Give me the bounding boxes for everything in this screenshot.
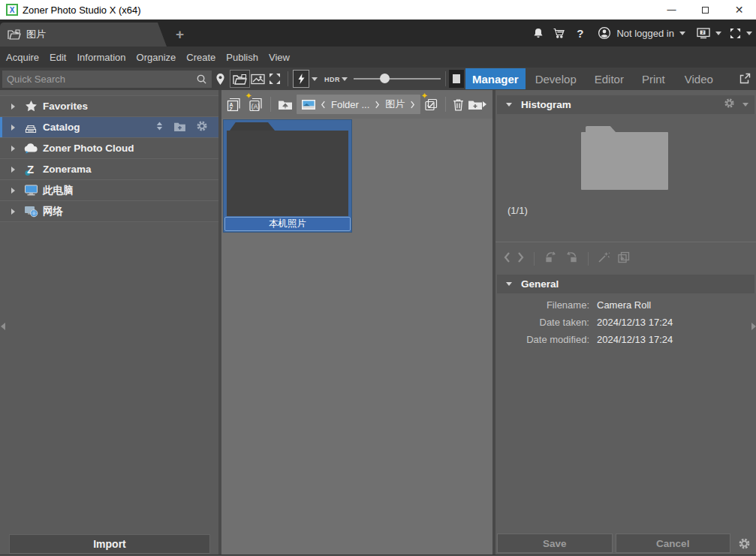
cloud-icon: [23, 143, 39, 154]
quick-edits-caret-icon[interactable]: [312, 77, 318, 81]
histogram-title: Histogram: [521, 99, 571, 110]
breadcrumb-forward-icon[interactable]: [410, 101, 415, 109]
folder-tile-tab: [230, 122, 275, 131]
collapse-caret-icon[interactable]: [506, 282, 512, 286]
expand-arrow-icon[interactable]: [11, 167, 15, 173]
catalog-icon: [23, 122, 39, 134]
tab-bar: 图片 + ? Not logged in 2: [0, 20, 756, 47]
new-folder-button[interactable]: [468, 95, 483, 113]
close-button[interactable]: ✕: [722, 0, 756, 20]
prev-image-icon[interactable]: [503, 251, 511, 266]
batch-rename-button[interactable]: ✦(A): [248, 95, 264, 113]
star-icon: [23, 100, 39, 113]
expand-arrow-icon[interactable]: [11, 209, 15, 215]
menu-create[interactable]: Create: [186, 52, 215, 63]
folder-tile-label: 本机照片: [224, 217, 351, 231]
thumbnail-size-slider[interactable]: [354, 78, 441, 80]
sidebar-item-this-pc[interactable]: 此电脑: [0, 180, 218, 201]
minimize-button[interactable]: —: [655, 0, 688, 20]
save-button[interactable]: Save: [497, 533, 613, 553]
sidebar-label: Zonerama: [43, 164, 92, 175]
collapse-left-panel-handle[interactable]: [0, 318, 5, 335]
preview-thumbnail: [581, 126, 668, 190]
folder-tile[interactable]: 本机照片: [224, 120, 351, 232]
notifications-icon[interactable]: [532, 27, 544, 39]
window-title: Zoner Photo Studio X (x64): [23, 5, 141, 16]
menu-publish[interactable]: Publish: [226, 52, 258, 63]
preview-button[interactable]: [251, 70, 265, 88]
cart-icon[interactable]: [553, 27, 565, 39]
menu-acquire[interactable]: Acquire: [6, 52, 39, 63]
layout-toggle-button[interactable]: [449, 70, 464, 88]
fullscreen-menu[interactable]: [730, 28, 752, 39]
histogram-caret-icon[interactable]: [742, 103, 748, 107]
field-value: 2024/12/13 17:24: [597, 334, 673, 345]
sort-icon[interactable]: [155, 121, 164, 134]
collapse-right-panel-handle[interactable]: [751, 318, 756, 335]
hdr-caret-icon[interactable]: [342, 77, 348, 81]
mode-editor[interactable]: Editor: [595, 68, 624, 89]
delete-button[interactable]: [453, 95, 464, 113]
breadcrumb-item-pictures[interactable]: 图片: [385, 98, 405, 111]
browser-toolbar: AZ ✦(A) Folder ... 图片 ✦: [221, 90, 492, 119]
sidebar-item-network[interactable]: 网络: [0, 201, 218, 222]
expand-arrow-icon[interactable]: [11, 146, 15, 152]
histogram-header[interactable]: Histogram: [497, 95, 754, 114]
menu-organize[interactable]: Organize: [137, 52, 176, 63]
maximize-button[interactable]: [688, 0, 722, 20]
menu-edit[interactable]: Edit: [50, 52, 66, 63]
quick-edits-button[interactable]: [293, 70, 309, 88]
sort-az-button[interactable]: AZ: [227, 95, 243, 113]
expand-arrow-icon[interactable]: [11, 125, 15, 131]
help-icon[interactable]: ?: [577, 27, 583, 40]
mode-develop[interactable]: Develop: [535, 68, 577, 89]
app-window: X Zoner Photo Studio X (x64) — ✕ 图片 + ? …: [0, 0, 756, 556]
mode-print[interactable]: Print: [642, 68, 665, 89]
sidebar-item-zonerama[interactable]: Z Zonerama: [0, 159, 218, 180]
expand-arrow-icon[interactable]: [11, 104, 15, 110]
tab-pictures[interactable]: 图片: [0, 23, 167, 47]
import-button[interactable]: Import: [9, 534, 210, 554]
gps-button[interactable]: [215, 70, 225, 88]
new-tab-button[interactable]: +: [167, 23, 193, 47]
sidebar-item-zoner-photo-cloud[interactable]: Zoner Photo Cloud: [0, 138, 218, 159]
menu-information[interactable]: Information: [77, 52, 125, 63]
browse-folder-button[interactable]: [230, 70, 250, 88]
slider-knob[interactable]: [380, 74, 390, 83]
mode-manager[interactable]: Manager: [465, 68, 526, 89]
computer-icon: [23, 185, 39, 196]
copy-to-icon[interactable]: [617, 251, 631, 266]
menu-view[interactable]: View: [269, 52, 290, 63]
display-menu[interactable]: 2: [697, 28, 721, 39]
folder-up-button[interactable]: [278, 95, 293, 113]
breadcrumb-item-folder[interactable]: Folder ...: [331, 99, 369, 110]
panel-settings-icon[interactable]: [733, 537, 754, 550]
monitor-icon: 2: [697, 28, 710, 39]
undock-button[interactable]: [739, 73, 751, 88]
quick-filter-button[interactable]: ✦: [424, 95, 438, 113]
account-menu[interactable]: Not logged in: [598, 26, 685, 40]
sidebar-item-catalog[interactable]: Catalog: [0, 117, 218, 138]
search-input[interactable]: Quick Search: [2, 71, 212, 88]
fullscreen-preview-button[interactable]: [269, 70, 281, 88]
breadcrumb-back-icon[interactable]: [321, 101, 326, 109]
histogram-settings-icon[interactable]: [724, 98, 735, 112]
toolbar-overflow-icon[interactable]: [483, 101, 486, 107]
collapse-caret-icon[interactable]: [506, 103, 512, 107]
general-header[interactable]: General: [497, 275, 754, 293]
quick-fix-icon[interactable]: [598, 251, 610, 266]
rotate-right-icon[interactable]: [565, 251, 579, 266]
rotate-left-icon[interactable]: [544, 251, 558, 266]
sidebar-label: Catalog: [43, 122, 80, 133]
mode-video[interactable]: Video: [685, 68, 713, 89]
field-label: Date modified:: [495, 334, 589, 345]
sidebar-label: Zoner Photo Cloud: [43, 143, 134, 154]
settings-icon[interactable]: [196, 120, 208, 135]
sidebar-item-favorites[interactable]: Favorites: [0, 96, 218, 117]
hdr-label[interactable]: HDR: [324, 76, 340, 83]
new-folder-icon[interactable]: [173, 121, 186, 134]
network-icon: [23, 206, 39, 218]
cancel-button[interactable]: Cancel: [616, 533, 731, 553]
expand-arrow-icon[interactable]: [11, 188, 15, 194]
next-image-icon[interactable]: [517, 251, 525, 266]
